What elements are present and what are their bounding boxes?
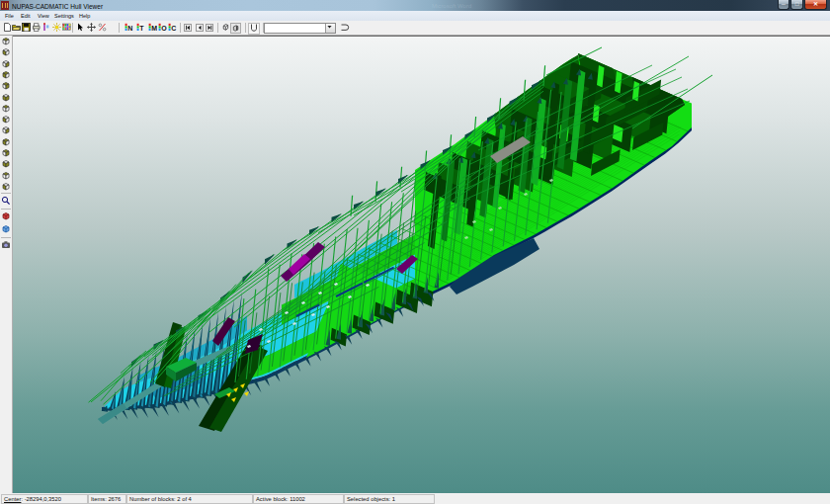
svg-text:T: T bbox=[139, 25, 144, 32]
svg-text:C: C bbox=[171, 25, 176, 32]
svg-text:N: N bbox=[127, 25, 132, 32]
svg-text:O: O bbox=[161, 25, 167, 32]
svg-text:M: M bbox=[151, 25, 157, 32]
